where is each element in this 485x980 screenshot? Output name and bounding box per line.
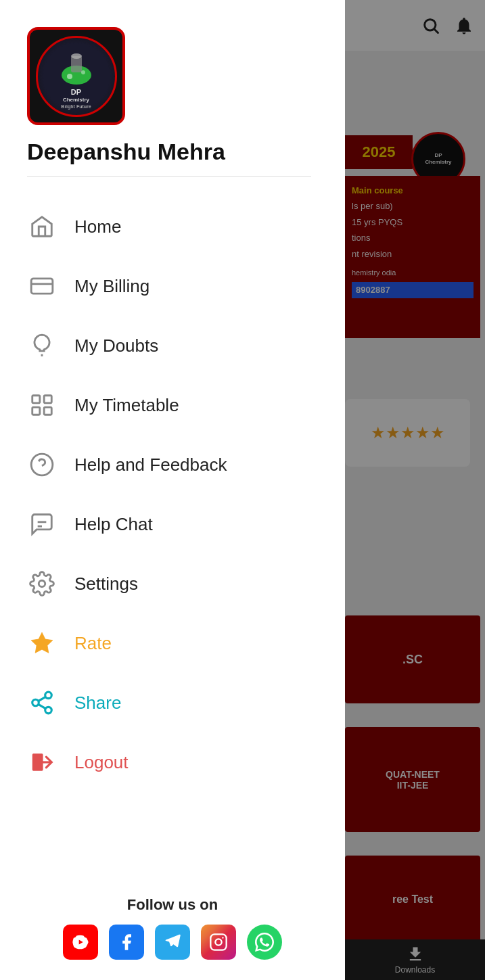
timetable-icon (27, 390, 57, 420)
svg-rect-11 (44, 396, 51, 403)
nav-list: Home My Billing My Doubts (0, 197, 345, 883)
svg-point-6 (81, 70, 85, 74)
svg-line-23 (39, 704, 46, 708)
nav-label-logout: Logout (74, 752, 129, 773)
nav-item-settings[interactable]: Settings (14, 554, 345, 613)
nav-item-doubts[interactable]: My Doubts (14, 316, 345, 375)
svg-point-5 (67, 74, 72, 79)
svg-point-21 (32, 699, 39, 706)
svg-point-20 (45, 692, 52, 698)
svg-marker-19 (31, 632, 53, 653)
chat-icon (27, 509, 57, 539)
svg-point-4 (71, 53, 82, 59)
nav-item-share[interactable]: Share (14, 673, 345, 732)
settings-icon (27, 569, 57, 599)
svg-rect-7 (31, 279, 53, 294)
facebook-icon[interactable] (109, 925, 144, 960)
help-icon (27, 450, 57, 480)
svg-point-22 (45, 707, 52, 714)
svg-rect-13 (44, 407, 51, 415)
home-icon (27, 212, 57, 241)
nav-label-home: Home (74, 216, 121, 237)
svg-rect-10 (32, 396, 40, 403)
svg-point-14 (31, 454, 53, 475)
svg-rect-27 (210, 934, 226, 950)
telegram-icon[interactable] (155, 925, 190, 960)
nav-label-doubts: My Doubts (74, 335, 158, 356)
star-icon (27, 628, 57, 658)
nav-item-help-feedback[interactable]: Help and Feedback (14, 435, 345, 494)
drawer-overlay[interactable] (345, 0, 485, 980)
profile-section: DP Chemistry Bright Future Deepanshu Meh… (0, 0, 345, 197)
instagram-icon[interactable] (201, 925, 236, 960)
youtube-icon[interactable] (63, 925, 98, 960)
svg-point-18 (39, 580, 45, 587)
nav-item-logout[interactable]: Logout (14, 732, 345, 792)
nav-label-timetable: My Timetable (74, 395, 179, 416)
billing-icon (27, 271, 57, 301)
avatar: DP Chemistry Bright Future (36, 36, 117, 117)
profile-divider (27, 176, 311, 177)
navigation-drawer: DP Chemistry Bright Future Deepanshu Meh… (0, 0, 345, 980)
nav-item-home[interactable]: Home (14, 197, 345, 256)
logout-icon (27, 747, 57, 777)
whatsapp-icon[interactable] (247, 925, 282, 960)
svg-line-24 (39, 697, 46, 701)
nav-item-billing[interactable]: My Billing (14, 256, 345, 316)
nav-item-rate[interactable]: Rate (14, 613, 345, 673)
svg-point-28 (215, 939, 221, 945)
follow-section: Follow us on (0, 883, 345, 980)
nav-label-rate: Rate (74, 633, 112, 654)
nav-item-timetable[interactable]: My Timetable (14, 375, 345, 435)
nav-label-settings: Settings (74, 574, 138, 594)
svg-point-29 (222, 937, 223, 938)
user-name: Deepanshu Mehra (27, 139, 225, 165)
social-icons-row (20, 925, 325, 960)
nav-label-billing: My Billing (74, 276, 149, 297)
follow-label: Follow us on (20, 896, 325, 914)
avatar-container: DP Chemistry Bright Future (27, 27, 125, 125)
svg-rect-12 (32, 407, 40, 415)
nav-label-help-chat: Help Chat (74, 514, 153, 535)
nav-item-help-chat[interactable]: Help Chat (14, 494, 345, 554)
nav-label-share: Share (74, 693, 121, 714)
doubts-icon (27, 331, 57, 360)
nav-label-help-feedback: Help and Feedback (74, 454, 227, 475)
share-icon (27, 688, 57, 718)
